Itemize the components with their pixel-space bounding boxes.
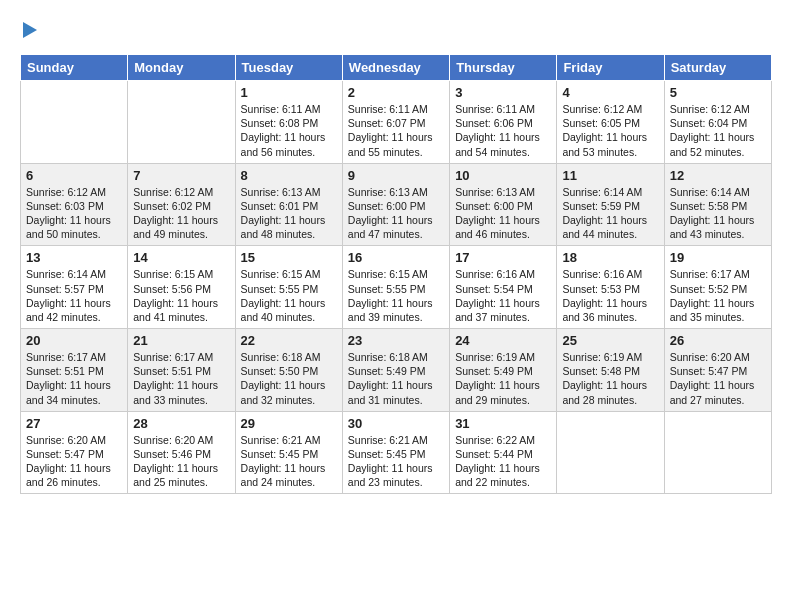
calendar-cell: 25Sunrise: 6:19 AMSunset: 5:48 PMDayligh… (557, 329, 664, 412)
day-info: Sunrise: 6:11 AMSunset: 6:06 PMDaylight:… (455, 102, 551, 159)
calendar-cell: 1Sunrise: 6:11 AMSunset: 6:08 PMDaylight… (235, 81, 342, 164)
day-number: 6 (26, 168, 122, 183)
day-info: Sunrise: 6:14 AMSunset: 5:57 PMDaylight:… (26, 267, 122, 324)
calendar-cell: 10Sunrise: 6:13 AMSunset: 6:00 PMDayligh… (450, 163, 557, 246)
weekday-header-row: SundayMondayTuesdayWednesdayThursdayFrid… (21, 55, 772, 81)
day-info: Sunrise: 6:12 AMSunset: 6:05 PMDaylight:… (562, 102, 658, 159)
day-info: Sunrise: 6:11 AMSunset: 6:08 PMDaylight:… (241, 102, 337, 159)
calendar-week-row: 27Sunrise: 6:20 AMSunset: 5:47 PMDayligh… (21, 411, 772, 494)
calendar-cell: 11Sunrise: 6:14 AMSunset: 5:59 PMDayligh… (557, 163, 664, 246)
day-number: 28 (133, 416, 229, 431)
day-info: Sunrise: 6:14 AMSunset: 5:59 PMDaylight:… (562, 185, 658, 242)
calendar-cell: 21Sunrise: 6:17 AMSunset: 5:51 PMDayligh… (128, 329, 235, 412)
day-number: 27 (26, 416, 122, 431)
day-info: Sunrise: 6:12 AMSunset: 6:04 PMDaylight:… (670, 102, 766, 159)
day-number: 29 (241, 416, 337, 431)
calendar-cell: 3Sunrise: 6:11 AMSunset: 6:06 PMDaylight… (450, 81, 557, 164)
calendar-cell: 30Sunrise: 6:21 AMSunset: 5:45 PMDayligh… (342, 411, 449, 494)
day-number: 13 (26, 250, 122, 265)
day-info: Sunrise: 6:20 AMSunset: 5:47 PMDaylight:… (670, 350, 766, 407)
calendar-cell: 8Sunrise: 6:13 AMSunset: 6:01 PMDaylight… (235, 163, 342, 246)
day-info: Sunrise: 6:19 AMSunset: 5:48 PMDaylight:… (562, 350, 658, 407)
day-info: Sunrise: 6:18 AMSunset: 5:50 PMDaylight:… (241, 350, 337, 407)
calendar-cell: 29Sunrise: 6:21 AMSunset: 5:45 PMDayligh… (235, 411, 342, 494)
calendar-cell: 20Sunrise: 6:17 AMSunset: 5:51 PMDayligh… (21, 329, 128, 412)
logo-arrow-icon (23, 22, 37, 38)
day-number: 16 (348, 250, 444, 265)
calendar-cell: 26Sunrise: 6:20 AMSunset: 5:47 PMDayligh… (664, 329, 771, 412)
day-info: Sunrise: 6:13 AMSunset: 6:00 PMDaylight:… (455, 185, 551, 242)
weekday-header-cell: Tuesday (235, 55, 342, 81)
calendar-cell: 4Sunrise: 6:12 AMSunset: 6:05 PMDaylight… (557, 81, 664, 164)
calendar-cell (664, 411, 771, 494)
calendar-cell: 15Sunrise: 6:15 AMSunset: 5:55 PMDayligh… (235, 246, 342, 329)
day-number: 7 (133, 168, 229, 183)
calendar-cell: 18Sunrise: 6:16 AMSunset: 5:53 PMDayligh… (557, 246, 664, 329)
calendar-cell: 22Sunrise: 6:18 AMSunset: 5:50 PMDayligh… (235, 329, 342, 412)
calendar-cell: 9Sunrise: 6:13 AMSunset: 6:00 PMDaylight… (342, 163, 449, 246)
day-number: 11 (562, 168, 658, 183)
day-info: Sunrise: 6:13 AMSunset: 6:00 PMDaylight:… (348, 185, 444, 242)
page-header (20, 20, 772, 38)
day-info: Sunrise: 6:20 AMSunset: 5:46 PMDaylight:… (133, 433, 229, 490)
calendar-cell (128, 81, 235, 164)
day-info: Sunrise: 6:21 AMSunset: 5:45 PMDaylight:… (241, 433, 337, 490)
day-info: Sunrise: 6:16 AMSunset: 5:54 PMDaylight:… (455, 267, 551, 324)
day-info: Sunrise: 6:19 AMSunset: 5:49 PMDaylight:… (455, 350, 551, 407)
calendar-cell: 14Sunrise: 6:15 AMSunset: 5:56 PMDayligh… (128, 246, 235, 329)
calendar-cell: 19Sunrise: 6:17 AMSunset: 5:52 PMDayligh… (664, 246, 771, 329)
day-info: Sunrise: 6:16 AMSunset: 5:53 PMDaylight:… (562, 267, 658, 324)
day-number: 14 (133, 250, 229, 265)
day-number: 3 (455, 85, 551, 100)
calendar-cell: 28Sunrise: 6:20 AMSunset: 5:46 PMDayligh… (128, 411, 235, 494)
day-info: Sunrise: 6:17 AMSunset: 5:52 PMDaylight:… (670, 267, 766, 324)
day-number: 5 (670, 85, 766, 100)
day-number: 19 (670, 250, 766, 265)
calendar-cell: 16Sunrise: 6:15 AMSunset: 5:55 PMDayligh… (342, 246, 449, 329)
day-info: Sunrise: 6:20 AMSunset: 5:47 PMDaylight:… (26, 433, 122, 490)
day-number: 21 (133, 333, 229, 348)
day-number: 24 (455, 333, 551, 348)
calendar-week-row: 6Sunrise: 6:12 AMSunset: 6:03 PMDaylight… (21, 163, 772, 246)
calendar-cell: 23Sunrise: 6:18 AMSunset: 5:49 PMDayligh… (342, 329, 449, 412)
weekday-header-cell: Thursday (450, 55, 557, 81)
day-info: Sunrise: 6:14 AMSunset: 5:58 PMDaylight:… (670, 185, 766, 242)
day-number: 23 (348, 333, 444, 348)
day-number: 18 (562, 250, 658, 265)
calendar-cell: 6Sunrise: 6:12 AMSunset: 6:03 PMDaylight… (21, 163, 128, 246)
day-info: Sunrise: 6:17 AMSunset: 5:51 PMDaylight:… (26, 350, 122, 407)
day-number: 4 (562, 85, 658, 100)
calendar-cell: 24Sunrise: 6:19 AMSunset: 5:49 PMDayligh… (450, 329, 557, 412)
day-number: 17 (455, 250, 551, 265)
calendar-cell: 12Sunrise: 6:14 AMSunset: 5:58 PMDayligh… (664, 163, 771, 246)
day-number: 9 (348, 168, 444, 183)
day-number: 31 (455, 416, 551, 431)
weekday-header-cell: Wednesday (342, 55, 449, 81)
calendar-week-row: 13Sunrise: 6:14 AMSunset: 5:57 PMDayligh… (21, 246, 772, 329)
calendar-cell: 2Sunrise: 6:11 AMSunset: 6:07 PMDaylight… (342, 81, 449, 164)
day-info: Sunrise: 6:12 AMSunset: 6:03 PMDaylight:… (26, 185, 122, 242)
weekday-header-cell: Saturday (664, 55, 771, 81)
calendar-cell: 5Sunrise: 6:12 AMSunset: 6:04 PMDaylight… (664, 81, 771, 164)
calendar-cell: 13Sunrise: 6:14 AMSunset: 5:57 PMDayligh… (21, 246, 128, 329)
day-info: Sunrise: 6:18 AMSunset: 5:49 PMDaylight:… (348, 350, 444, 407)
day-number: 30 (348, 416, 444, 431)
calendar-cell: 17Sunrise: 6:16 AMSunset: 5:54 PMDayligh… (450, 246, 557, 329)
day-info: Sunrise: 6:11 AMSunset: 6:07 PMDaylight:… (348, 102, 444, 159)
day-info: Sunrise: 6:12 AMSunset: 6:02 PMDaylight:… (133, 185, 229, 242)
calendar-week-row: 20Sunrise: 6:17 AMSunset: 5:51 PMDayligh… (21, 329, 772, 412)
day-info: Sunrise: 6:15 AMSunset: 5:56 PMDaylight:… (133, 267, 229, 324)
day-number: 2 (348, 85, 444, 100)
day-number: 25 (562, 333, 658, 348)
calendar-cell: 27Sunrise: 6:20 AMSunset: 5:47 PMDayligh… (21, 411, 128, 494)
day-info: Sunrise: 6:13 AMSunset: 6:01 PMDaylight:… (241, 185, 337, 242)
day-info: Sunrise: 6:21 AMSunset: 5:45 PMDaylight:… (348, 433, 444, 490)
day-info: Sunrise: 6:22 AMSunset: 5:44 PMDaylight:… (455, 433, 551, 490)
calendar-cell (557, 411, 664, 494)
calendar-body: 1Sunrise: 6:11 AMSunset: 6:08 PMDaylight… (21, 81, 772, 494)
day-info: Sunrise: 6:17 AMSunset: 5:51 PMDaylight:… (133, 350, 229, 407)
day-number: 8 (241, 168, 337, 183)
weekday-header-cell: Friday (557, 55, 664, 81)
logo (20, 20, 37, 38)
calendar-cell: 31Sunrise: 6:22 AMSunset: 5:44 PMDayligh… (450, 411, 557, 494)
